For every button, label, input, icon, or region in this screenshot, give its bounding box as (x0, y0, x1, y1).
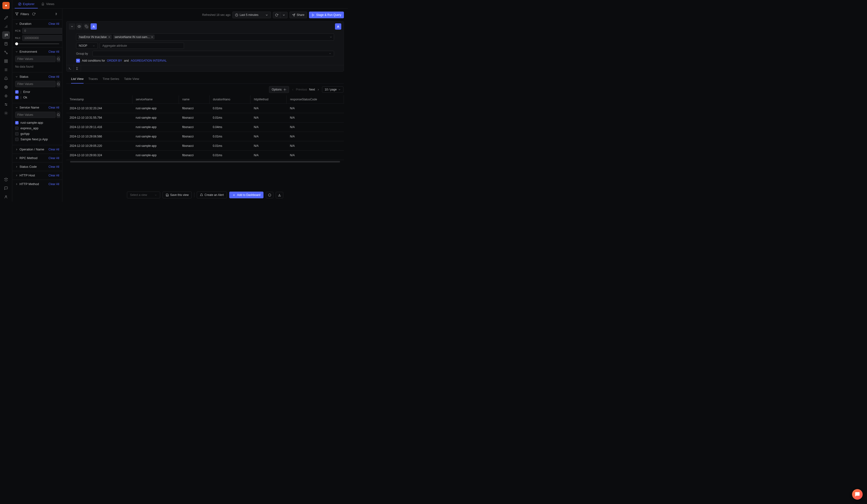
column-header[interactable]: name (179, 95, 210, 104)
view-tab-time-series[interactable]: Time Series (103, 77, 119, 84)
view-tab-list[interactable]: List View (71, 77, 84, 84)
tab-explorer[interactable]: Explorer (15, 0, 38, 9)
filter-duration-header[interactable]: Duration Clear All (12, 20, 62, 28)
service-item[interactable]: Sample Next.js App (15, 136, 59, 142)
share-button[interactable]: Share (289, 12, 307, 18)
environment-search-button[interactable] (56, 56, 60, 62)
clear-operation[interactable]: Clear All (49, 148, 59, 151)
query-copy[interactable] (83, 23, 89, 30)
horizontal-scrollbar[interactable] (70, 161, 340, 163)
duration-min-input[interactable] (22, 28, 62, 34)
refresh-button[interactable] (273, 12, 280, 18)
clear-status-code[interactable]: Clear All (49, 165, 59, 168)
agg-attribute-input[interactable]: Aggregate attribute (100, 43, 184, 49)
clear-duration[interactable]: Clear All (49, 22, 59, 25)
chip-remove[interactable]: ✕ (151, 36, 153, 39)
rail-list-icon[interactable] (2, 66, 10, 74)
service-search[interactable] (15, 112, 56, 118)
view-tab-traces[interactable]: Traces (88, 77, 98, 84)
query-badge-a-right[interactable]: A (335, 23, 341, 30)
chevron-right-icon[interactable] (317, 88, 320, 91)
table-row[interactable]: 2024-12-10 10:29:05.220rust-sample-appfi… (66, 141, 344, 151)
status-item-error[interactable]: |Error (15, 89, 59, 95)
status-search[interactable] (15, 81, 56, 87)
query-foot-terminal[interactable] (66, 65, 74, 72)
column-header[interactable]: responseStatusCode (287, 95, 344, 104)
rail-logs-icon[interactable] (2, 40, 10, 48)
checkbox[interactable] (15, 96, 19, 99)
table-row[interactable]: 2024-12-10 10:31:55.794rust-sample-appfi… (66, 113, 344, 122)
duration-max-input[interactable] (22, 35, 62, 41)
rail-layers-icon[interactable] (2, 176, 10, 183)
agg-interval-link[interactable]: AGGREGATION INTERVAL (131, 59, 167, 62)
info-button[interactable] (266, 192, 273, 198)
service-item[interactable]: express_app (15, 125, 59, 131)
table-row[interactable]: 2024-12-10 10:32:20.244rust-sample-appfi… (66, 104, 344, 113)
rail-user-icon[interactable] (2, 193, 10, 201)
rail-gear-icon[interactable] (2, 109, 10, 117)
timerange-picker[interactable]: Last 5 minutes (233, 12, 271, 18)
filter-operation-header[interactable]: Operation / Name Clear All (12, 145, 62, 154)
query-visibility[interactable] (76, 23, 82, 30)
environment-search[interactable] (15, 56, 56, 62)
run-query-button[interactable]: Stage & Run Query (309, 12, 344, 18)
chevron-down-icon[interactable] (330, 36, 332, 39)
table-row[interactable]: 2024-12-10 10:29:08.566rust-sample-appfi… (66, 132, 344, 141)
service-search-button[interactable] (56, 112, 60, 118)
checkbox[interactable] (15, 121, 19, 124)
filter-environment-header[interactable]: Environment Clear All (12, 47, 62, 56)
clear-environment[interactable]: Clear All (49, 50, 59, 53)
rail-dashboard-icon[interactable] (2, 57, 10, 65)
rail-target-icon[interactable] (2, 83, 10, 91)
duration-slider[interactable] (15, 43, 59, 44)
column-header[interactable]: serviceName (132, 95, 179, 104)
create-alert-button[interactable]: Create an Alert (197, 191, 227, 198)
save-view-button[interactable]: Save this view (162, 191, 192, 198)
rail-rocket-icon[interactable] (2, 14, 10, 22)
checkbox[interactable] (15, 132, 19, 135)
column-header[interactable]: durationNano (210, 95, 250, 104)
clear-http-method[interactable]: Clear All (49, 183, 59, 186)
rail-control-icon[interactable] (2, 101, 10, 108)
filter-service-name-header[interactable]: Service Name Clear All (12, 103, 62, 112)
collapse-sidebar-button[interactable] (53, 11, 59, 17)
query-foot-sigma[interactable] (74, 65, 81, 72)
view-tab-table[interactable]: Table View (124, 77, 139, 84)
status-item-ok[interactable]: |Ok (15, 95, 59, 100)
chip-remove[interactable]: ✕ (108, 36, 110, 39)
column-header[interactable]: Timestamp (66, 95, 132, 104)
table-row[interactable]: 2024-12-10 10:29:11.416rust-sample-appfi… (66, 122, 344, 132)
service-item[interactable]: goApp (15, 131, 59, 136)
next-button[interactable]: Next (309, 88, 315, 91)
rail-comment-icon[interactable] (2, 184, 10, 192)
clear-http-host[interactable]: Clear All (49, 174, 59, 177)
chip-servicename[interactable]: serviceName IN rust-sam...✕ (113, 35, 154, 40)
prev-button[interactable]: Previous (296, 88, 307, 91)
group-by-select[interactable] (93, 51, 334, 56)
app-logo[interactable] (2, 2, 10, 9)
filter-status-code-header[interactable]: Status Code Clear All (12, 163, 62, 171)
filter-rpc-header[interactable]: RPC Method Clear All (12, 154, 62, 162)
agg-function-select[interactable]: NOOP (76, 43, 98, 49)
rail-graph-icon[interactable] (2, 48, 10, 56)
query-filter-chips[interactable]: hasError IN true,false✕ serviceName IN r… (76, 33, 334, 41)
checkbox[interactable] (15, 127, 19, 130)
rail-traces-icon[interactable] (2, 31, 10, 39)
options-button[interactable]: Options (269, 86, 289, 93)
export-button[interactable] (276, 192, 283, 198)
add-to-dashboard-button[interactable]: Add to Dashboard (229, 191, 264, 198)
clear-rpc[interactable]: Clear All (49, 156, 59, 160)
chevron-left-icon[interactable] (291, 88, 294, 91)
checkbox[interactable] (15, 90, 19, 94)
query-badge-a[interactable]: A (90, 23, 97, 30)
refresh-dropdown[interactable] (280, 12, 288, 18)
page-size-select[interactable]: 10 / page (322, 86, 343, 93)
column-header[interactable]: httpMethod (250, 95, 287, 104)
clear-service-name[interactable]: Clear All (49, 106, 59, 109)
status-search-button[interactable] (56, 81, 60, 87)
query-collapse[interactable] (69, 23, 75, 30)
refresh-filters-button[interactable] (31, 11, 36, 17)
checkbox[interactable] (15, 138, 19, 141)
clear-status[interactable]: Clear All (49, 75, 59, 78)
service-item[interactable]: rust-sample-app (15, 120, 59, 125)
